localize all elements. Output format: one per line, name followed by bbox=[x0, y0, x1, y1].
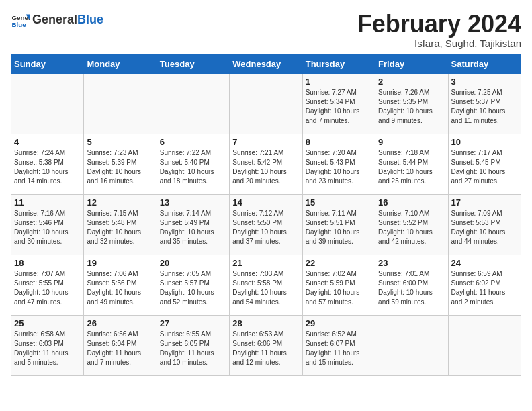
day-number: 17 bbox=[451, 197, 518, 208]
calendar-cell: 1Sunrise: 7:27 AM Sunset: 5:34 PM Daylig… bbox=[302, 73, 375, 134]
calendar-cell: 28Sunrise: 6:53 AM Sunset: 6:06 PM Dayli… bbox=[230, 315, 302, 375]
day-number: 21 bbox=[232, 258, 299, 268]
day-info: Sunrise: 7:12 AM Sunset: 5:50 PM Dayligh… bbox=[232, 209, 299, 246]
calendar-cell: 6Sunrise: 7:22 AM Sunset: 5:40 PM Daylig… bbox=[157, 134, 229, 194]
calendar-cell: 7Sunrise: 7:21 AM Sunset: 5:42 PM Daylig… bbox=[230, 134, 302, 194]
calendar-cell: 8Sunrise: 7:20 AM Sunset: 5:43 PM Daylig… bbox=[302, 134, 375, 194]
calendar-cell: 27Sunrise: 6:55 AM Sunset: 6:05 PM Dayli… bbox=[157, 315, 229, 375]
day-number: 4 bbox=[14, 137, 81, 147]
day-number: 19 bbox=[87, 258, 153, 268]
calendar-cell: 13Sunrise: 7:14 AM Sunset: 5:49 PM Dayli… bbox=[157, 194, 229, 255]
title-area: February 2024 Isfara, Sughd, Tajikistan bbox=[357, 11, 521, 49]
calendar-cell: 5Sunrise: 7:23 AM Sunset: 5:39 PM Daylig… bbox=[84, 134, 157, 194]
day-info: Sunrise: 6:58 AM Sunset: 6:03 PM Dayligh… bbox=[14, 330, 81, 367]
calendar-cell: 9Sunrise: 7:18 AM Sunset: 5:44 PM Daylig… bbox=[375, 134, 448, 194]
calendar-cell bbox=[157, 73, 229, 134]
day-info: Sunrise: 7:22 AM Sunset: 5:40 PM Dayligh… bbox=[160, 148, 226, 186]
calendar-cell: 12Sunrise: 7:15 AM Sunset: 5:48 PM Dayli… bbox=[84, 194, 157, 255]
day-info: Sunrise: 7:01 AM Sunset: 6:00 PM Dayligh… bbox=[378, 269, 445, 307]
header-saturday: Saturday bbox=[448, 54, 521, 73]
calendar-cell bbox=[448, 315, 521, 375]
day-number: 23 bbox=[378, 258, 445, 268]
calendar-cell: 26Sunrise: 6:56 AM Sunset: 6:04 PM Dayli… bbox=[84, 315, 157, 375]
day-info: Sunrise: 7:07 AM Sunset: 5:55 PM Dayligh… bbox=[14, 269, 81, 307]
calendar-cell: 10Sunrise: 7:17 AM Sunset: 5:45 PM Dayli… bbox=[448, 134, 521, 194]
header: General Blue GeneralBlue February 2024 I… bbox=[11, 11, 521, 49]
day-info: Sunrise: 7:20 AM Sunset: 5:43 PM Dayligh… bbox=[306, 148, 372, 186]
logo-general-text: General bbox=[32, 13, 77, 26]
day-info: Sunrise: 7:10 AM Sunset: 5:52 PM Dayligh… bbox=[378, 209, 445, 246]
day-info: Sunrise: 6:59 AM Sunset: 6:02 PM Dayligh… bbox=[451, 269, 518, 307]
header-friday: Friday bbox=[375, 54, 448, 73]
day-number: 13 bbox=[160, 197, 226, 208]
day-info: Sunrise: 7:03 AM Sunset: 5:58 PM Dayligh… bbox=[232, 269, 299, 307]
day-info: Sunrise: 6:52 AM Sunset: 6:07 PM Dayligh… bbox=[306, 330, 372, 367]
calendar-week-2: 4Sunrise: 7:24 AM Sunset: 5:38 PM Daylig… bbox=[11, 134, 521, 194]
calendar-cell: 22Sunrise: 7:02 AM Sunset: 5:59 PM Dayli… bbox=[302, 255, 375, 315]
day-number: 1 bbox=[306, 77, 372, 87]
day-number: 3 bbox=[451, 77, 518, 87]
calendar-cell: 18Sunrise: 7:07 AM Sunset: 5:55 PM Dayli… bbox=[11, 255, 84, 315]
day-number: 27 bbox=[160, 318, 226, 328]
day-number: 16 bbox=[378, 197, 445, 208]
day-info: Sunrise: 6:53 AM Sunset: 6:06 PM Dayligh… bbox=[232, 330, 299, 367]
day-number: 28 bbox=[232, 318, 299, 328]
day-number: 15 bbox=[306, 197, 372, 208]
day-number: 20 bbox=[160, 258, 226, 268]
day-number: 26 bbox=[87, 318, 153, 328]
logo: General Blue GeneralBlue bbox=[11, 11, 103, 30]
header-thursday: Thursday bbox=[302, 54, 375, 73]
day-info: Sunrise: 7:14 AM Sunset: 5:49 PM Dayligh… bbox=[160, 209, 226, 246]
calendar-cell: 24Sunrise: 6:59 AM Sunset: 6:02 PM Dayli… bbox=[448, 255, 521, 315]
calendar-cell: 17Sunrise: 7:09 AM Sunset: 5:53 PM Dayli… bbox=[448, 194, 521, 255]
calendar-cell: 3Sunrise: 7:25 AM Sunset: 5:37 PM Daylig… bbox=[448, 73, 521, 134]
calendar-week-5: 25Sunrise: 6:58 AM Sunset: 6:03 PM Dayli… bbox=[11, 315, 521, 375]
day-number: 14 bbox=[232, 197, 299, 208]
header-tuesday: Tuesday bbox=[157, 54, 229, 73]
calendar-table: Sunday Monday Tuesday Wednesday Thursday… bbox=[11, 54, 521, 376]
svg-text:Blue: Blue bbox=[11, 21, 26, 28]
day-info: Sunrise: 7:15 AM Sunset: 5:48 PM Dayligh… bbox=[87, 209, 153, 246]
day-info: Sunrise: 7:02 AM Sunset: 5:59 PM Dayligh… bbox=[306, 269, 372, 307]
day-info: Sunrise: 7:09 AM Sunset: 5:53 PM Dayligh… bbox=[451, 209, 518, 246]
calendar-week-3: 11Sunrise: 7:16 AM Sunset: 5:46 PM Dayli… bbox=[11, 194, 521, 255]
day-info: Sunrise: 7:27 AM Sunset: 5:34 PM Dayligh… bbox=[306, 88, 372, 126]
calendar-cell: 2Sunrise: 7:26 AM Sunset: 5:35 PM Daylig… bbox=[375, 73, 448, 134]
header-sunday: Sunday bbox=[11, 54, 84, 73]
day-info: Sunrise: 7:26 AM Sunset: 5:35 PM Dayligh… bbox=[378, 88, 445, 126]
calendar-week-1: 1Sunrise: 7:27 AM Sunset: 5:34 PM Daylig… bbox=[11, 73, 521, 134]
calendar-cell bbox=[375, 315, 448, 375]
day-number: 11 bbox=[14, 197, 81, 208]
day-info: Sunrise: 6:56 AM Sunset: 6:04 PM Dayligh… bbox=[87, 330, 153, 367]
calendar-cell: 4Sunrise: 7:24 AM Sunset: 5:38 PM Daylig… bbox=[11, 134, 84, 194]
day-number: 5 bbox=[87, 137, 153, 147]
calendar-cell: 25Sunrise: 6:58 AM Sunset: 6:03 PM Dayli… bbox=[11, 315, 84, 375]
day-number: 24 bbox=[451, 258, 518, 268]
calendar-cell bbox=[84, 73, 157, 134]
day-info: Sunrise: 7:25 AM Sunset: 5:37 PM Dayligh… bbox=[451, 88, 518, 126]
header-wednesday: Wednesday bbox=[230, 54, 302, 73]
header-monday: Monday bbox=[84, 54, 157, 73]
day-info: Sunrise: 7:16 AM Sunset: 5:46 PM Dayligh… bbox=[14, 209, 81, 246]
calendar-cell bbox=[230, 73, 302, 134]
day-info: Sunrise: 7:05 AM Sunset: 5:57 PM Dayligh… bbox=[160, 269, 226, 307]
day-info: Sunrise: 7:06 AM Sunset: 5:56 PM Dayligh… bbox=[87, 269, 153, 307]
calendar-cell: 29Sunrise: 6:52 AM Sunset: 6:07 PM Dayli… bbox=[302, 315, 375, 375]
calendar-cell: 11Sunrise: 7:16 AM Sunset: 5:46 PM Dayli… bbox=[11, 194, 84, 255]
day-number: 22 bbox=[306, 258, 372, 268]
main-title: February 2024 bbox=[357, 11, 521, 38]
day-number: 29 bbox=[306, 318, 372, 328]
day-number: 25 bbox=[14, 318, 81, 328]
calendar-cell: 16Sunrise: 7:10 AM Sunset: 5:52 PM Dayli… bbox=[375, 194, 448, 255]
day-number: 6 bbox=[160, 137, 226, 147]
day-info: Sunrise: 7:24 AM Sunset: 5:38 PM Dayligh… bbox=[14, 148, 81, 186]
day-number: 12 bbox=[87, 197, 153, 208]
day-number: 10 bbox=[451, 137, 518, 147]
logo-icon: General Blue bbox=[11, 11, 30, 30]
calendar-cell: 23Sunrise: 7:01 AM Sunset: 6:00 PM Dayli… bbox=[375, 255, 448, 315]
day-number: 7 bbox=[232, 137, 299, 147]
day-number: 9 bbox=[378, 137, 445, 147]
day-number: 2 bbox=[378, 77, 445, 87]
subtitle: Isfara, Sughd, Tajikistan bbox=[357, 38, 521, 49]
day-info: Sunrise: 7:11 AM Sunset: 5:51 PM Dayligh… bbox=[306, 209, 372, 246]
